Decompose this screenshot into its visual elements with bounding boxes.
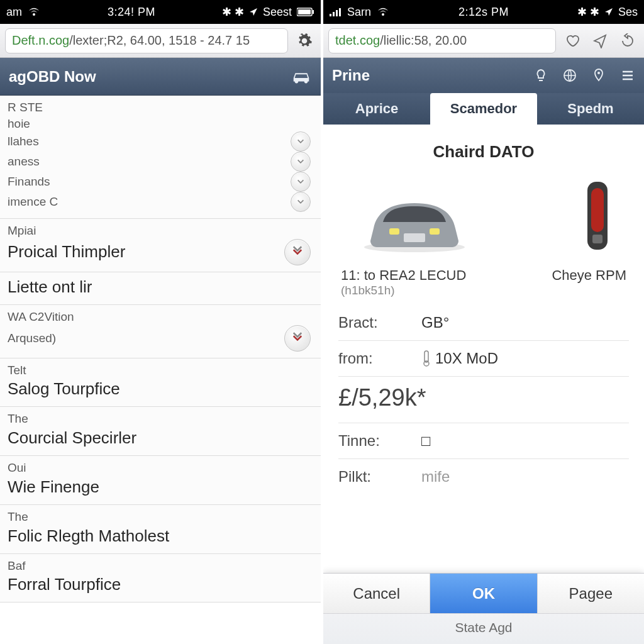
favorite-button[interactable] bbox=[561, 30, 584, 52]
list-item-label: Forral Tourpfice bbox=[8, 574, 121, 596]
list-item: Telt bbox=[8, 362, 321, 379]
clock: 2:12s PM bbox=[458, 6, 509, 19]
share-button[interactable] bbox=[589, 30, 611, 52]
list-group: Liette ont lir bbox=[0, 272, 321, 305]
status-bar: am 3:24! PM ✱ ✱ Seest bbox=[0, 0, 321, 24]
list-item: Baf bbox=[8, 558, 321, 574]
url-host: Deft.n.cog bbox=[12, 33, 69, 48]
list-item: Courcial Specirler bbox=[8, 427, 321, 449]
car-icon[interactable] bbox=[291, 66, 312, 87]
list-group: BafForral Tourpfice bbox=[0, 554, 321, 603]
list-item-label: Arqused) bbox=[8, 330, 56, 347]
tab-bar: ApriceScamedorSpedm bbox=[323, 93, 644, 125]
list-item[interactable]: aness bbox=[8, 152, 321, 172]
url-field[interactable]: tdet.cog/liellic:58, 20.00 bbox=[328, 28, 556, 53]
signal-icon bbox=[330, 8, 342, 16]
list-group: TheCourcial Specirler bbox=[0, 407, 321, 456]
kv-value: GB° bbox=[421, 314, 449, 331]
rpm-label: Cheye RPM bbox=[552, 267, 626, 297]
svg-rect-6 bbox=[333, 12, 335, 16]
page-button[interactable]: Pagee bbox=[538, 574, 644, 613]
list-item-label: Salog Tourpfice bbox=[8, 378, 120, 400]
svg-rect-8 bbox=[339, 8, 341, 16]
list-item: R STE bbox=[8, 99, 321, 116]
svg-rect-1 bbox=[298, 9, 311, 14]
refresh-icon bbox=[620, 33, 635, 48]
kv-key: Tinne: bbox=[338, 432, 408, 450]
list-item[interactable]: llahes bbox=[8, 131, 321, 152]
list-item-label: Finands bbox=[8, 174, 50, 190]
detail-panel: Chaird DATO bbox=[323, 125, 644, 494]
list-item-label: aness bbox=[8, 153, 40, 170]
sidebar-list: R STEhoiellahesanessFinandsimence CMpiai… bbox=[0, 96, 321, 602]
pin-icon[interactable] bbox=[591, 68, 606, 83]
svg-point-3 bbox=[295, 79, 299, 83]
chevron-down-icon[interactable] bbox=[291, 152, 311, 172]
list-group: WA C2VitionArqused) bbox=[0, 305, 321, 358]
tab-spedm[interactable]: Spedm bbox=[537, 93, 644, 125]
url-bar: tdet.cog/liellic:58, 20.00 bbox=[323, 24, 644, 58]
url-bar: Deft.n.cog/lexter;R2, 64.00, 1518 - 24.7… bbox=[0, 24, 321, 58]
list-item[interactable]: Finands bbox=[8, 172, 321, 192]
svg-rect-13 bbox=[430, 228, 440, 235]
list-item-label: Baf bbox=[8, 558, 26, 574]
list-item: The bbox=[8, 509, 321, 525]
svg-rect-14 bbox=[404, 233, 425, 242]
send-icon bbox=[592, 33, 608, 48]
thermometer-icon bbox=[421, 350, 431, 367]
carrier-label: am bbox=[6, 6, 22, 19]
list-item: hoie bbox=[8, 116, 321, 132]
tab-scamedor[interactable]: Scamedor bbox=[430, 93, 537, 125]
bulb-icon[interactable] bbox=[533, 68, 548, 83]
clock: 3:24! PM bbox=[108, 6, 155, 19]
tab-aprice[interactable]: Aprice bbox=[323, 93, 430, 125]
list-group: MpiaiProical Thimpler bbox=[0, 219, 321, 272]
menu-icon[interactable] bbox=[620, 68, 635, 83]
chevron-down-icon[interactable] bbox=[284, 239, 311, 265]
battery-icon bbox=[297, 8, 314, 16]
chevron-down-icon[interactable] bbox=[291, 192, 311, 212]
list-item[interactable]: imence C bbox=[8, 192, 321, 212]
row-time: Tinne: □ bbox=[338, 423, 629, 459]
list-item: Forral Tourpfice bbox=[8, 574, 321, 596]
scanner-illustration bbox=[582, 178, 613, 253]
list-item[interactable]: Proical Thimpler bbox=[8, 239, 321, 265]
wifi-icon bbox=[376, 7, 390, 17]
list-group: R STEhoiellahesanessFinandsimence C bbox=[0, 96, 321, 219]
panel-title: Chaird DATO bbox=[338, 142, 629, 162]
list-item-label: Proical Thimpler bbox=[8, 241, 125, 263]
svg-point-19 bbox=[424, 361, 429, 366]
svg-point-4 bbox=[304, 79, 308, 83]
list-item: Folic Rlegth Matholest bbox=[8, 525, 321, 547]
chevron-down-icon[interactable] bbox=[291, 131, 311, 152]
row-from: from: 10X MoD bbox=[338, 341, 629, 377]
list-item-label: Oui bbox=[8, 460, 26, 476]
list-item[interactable]: Arqused) bbox=[8, 325, 321, 352]
app-header: Prine bbox=[323, 58, 644, 93]
list-item-label: hoie bbox=[8, 116, 30, 132]
status-right-text: Ses bbox=[618, 6, 638, 19]
list-group: OuiWie Finenge bbox=[0, 456, 321, 505]
globe-icon[interactable] bbox=[562, 68, 577, 83]
row-bract: Bract: GB° bbox=[338, 305, 629, 341]
cancel-button[interactable]: Cancel bbox=[323, 574, 430, 613]
ok-button[interactable]: OK bbox=[430, 574, 537, 613]
wifi-icon bbox=[27, 7, 41, 17]
sheet-label: State Agd bbox=[323, 614, 644, 644]
url-field[interactable]: Deft.n.cog/lexter;R2, 64.00, 1518 - 24.7… bbox=[5, 28, 288, 53]
location-icon bbox=[249, 8, 258, 16]
list-item-label: R STE bbox=[8, 99, 43, 116]
vehicle-label: 11: to REA2 LECUD bbox=[341, 267, 466, 284]
vehicle-sublabel: (h1bk51h) bbox=[341, 284, 466, 297]
chevron-down-icon[interactable] bbox=[284, 325, 311, 352]
list-item: Mpiai bbox=[8, 223, 321, 239]
url-path: /liellic:58, 20.00 bbox=[380, 33, 467, 48]
list-item-label: The bbox=[8, 509, 28, 525]
svg-rect-2 bbox=[313, 10, 314, 14]
app-header: agOBD Now bbox=[0, 58, 321, 96]
refresh-button[interactable] bbox=[616, 30, 639, 52]
reload-button[interactable] bbox=[293, 30, 316, 52]
chevron-down-icon[interactable] bbox=[291, 172, 311, 192]
carrier-label: Sarn bbox=[347, 6, 371, 19]
url-host: tdet.cog bbox=[335, 33, 380, 48]
